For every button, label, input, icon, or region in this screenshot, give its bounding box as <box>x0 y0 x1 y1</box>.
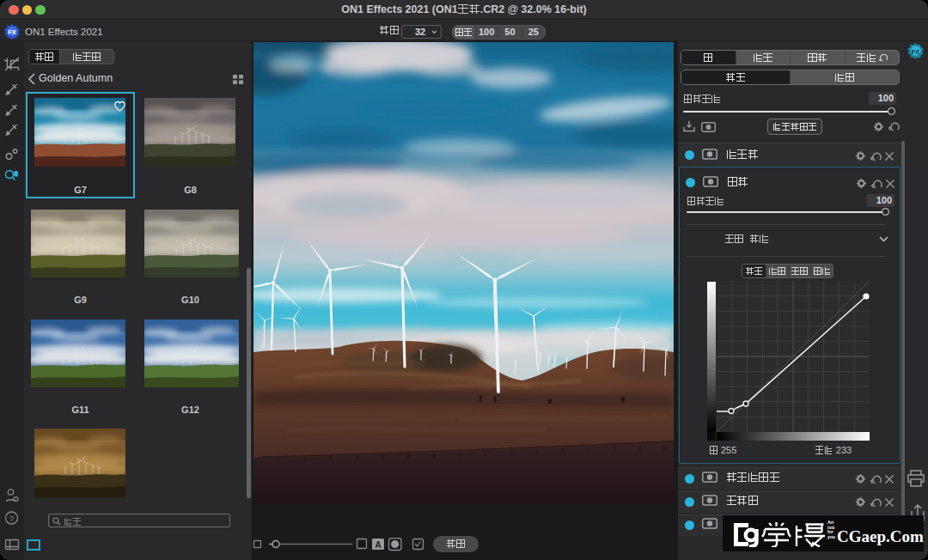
svg-text:FX: FX <box>8 28 16 36</box>
svg-text:?: ? <box>9 514 14 523</box>
svg-text:A: A <box>375 540 381 550</box>
svg-text:FX: FX <box>912 48 920 56</box>
